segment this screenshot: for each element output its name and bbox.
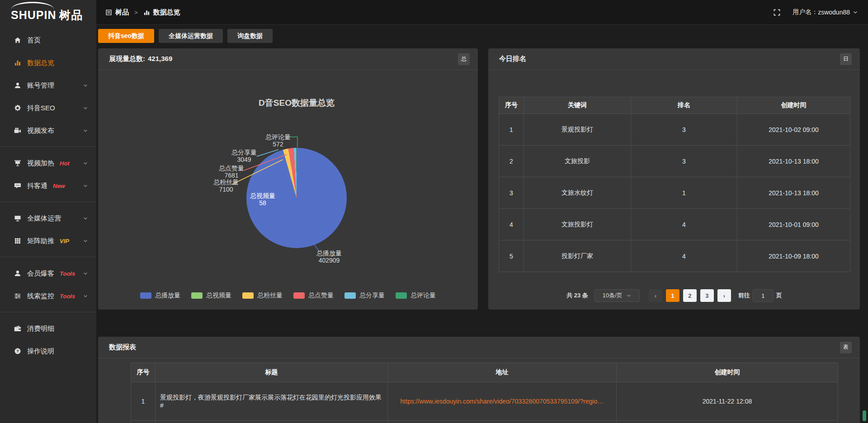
- pie-chart-title: D音SEO数据量总览: [206, 97, 387, 109]
- rank-panel-title: 今日排名: [499, 55, 526, 63]
- table-cell: 2021-10-01 09:00: [737, 209, 850, 240]
- sidebar-item-消费明细[interactable]: 消费明细: [0, 317, 96, 340]
- chevron-down-icon: [83, 216, 88, 221]
- report-table: 序号标题地址创建时间1景观投影灯，夜游景观投影灯厂家展示展示落花灯在花园里的灯光…: [131, 362, 838, 423]
- legend-item-总视频量[interactable]: 总视频量: [191, 291, 231, 300]
- scrollbar-thumb[interactable]: [863, 410, 866, 421]
- page-size-select[interactable]: 10条/页: [594, 289, 640, 302]
- screen-icon: [14, 160, 21, 167]
- legend-swatch: [140, 292, 151, 299]
- breadcrumb-page[interactable]: 数据总览: [143, 8, 180, 17]
- legend-item-总点赞量[interactable]: 总点赞量: [293, 291, 334, 300]
- rank-panel-header: 今日排名 日: [488, 48, 860, 70]
- legend-label: 总粉丝量: [257, 291, 283, 300]
- rank-corner-button[interactable]: 日: [840, 53, 852, 65]
- grid-icon: [14, 237, 21, 244]
- pagination-total: 共 23 条: [566, 291, 588, 300]
- chevron-down-icon: [83, 271, 88, 276]
- sidebar-divider: [0, 146, 96, 147]
- table-cell: 1: [631, 177, 737, 209]
- user-menu[interactable]: 用户名： zswodun88: [793, 8, 858, 16]
- video-camera-icon: [14, 127, 21, 134]
- sidebar-item-视频发布[interactable]: 视频发布: [0, 119, 96, 142]
- logo-text-cn: 树品: [59, 8, 83, 23]
- rank-table-row: 5投影灯厂家42021-10-09 18:00: [499, 240, 850, 272]
- page-button-2[interactable]: 2: [683, 289, 697, 302]
- sidebar-item-首页[interactable]: 首页: [0, 29, 96, 52]
- tab-询盘数据[interactable]: 询盘数据: [227, 29, 273, 43]
- sidebar-item-label: 视频加热: [27, 159, 54, 168]
- topbar-right: 用户名： zswodun88: [773, 8, 858, 16]
- pie-label-plays: 总播放量 402909: [307, 249, 352, 264]
- rank-table-row: 4文旅投影灯42021-10-01 09:00: [499, 209, 850, 240]
- overview-panel: 展现量总数: 421,369 总 D音SEO数据量总览 总评论量 572 总分享…: [98, 48, 478, 310]
- sidebar-item-全媒体运营[interactable]: 全媒体运营: [0, 207, 96, 230]
- chevron-down-icon: [83, 160, 88, 166]
- column-header-地址: 地址: [388, 363, 617, 382]
- sidebar-badge-Hot: Hot: [60, 160, 70, 167]
- sidebar-item-矩阵助推[interactable]: 矩阵助推VIP: [0, 230, 96, 252]
- table-cell-url: https://www.iesdouyin.com/share/video/70…: [388, 382, 617, 421]
- sidebar-item-数据总览[interactable]: 数据总览: [0, 52, 96, 74]
- sidebar-item-抖客通[interactable]: 抖客通New: [0, 174, 96, 197]
- sidebar-item-label: 操作说明: [27, 347, 54, 356]
- chevron-down-icon: [83, 183, 88, 188]
- tab-全媒体运营数据[interactable]: 全媒体运营数据: [159, 29, 223, 43]
- question-icon: ?: [14, 348, 21, 355]
- table-cell-time: 2021-11-22 12:08: [617, 382, 838, 421]
- legend-item-总评论量[interactable]: 总评论量: [396, 291, 436, 300]
- sidebar-item-label: 矩阵助推: [27, 237, 54, 245]
- legend-item-总分享量[interactable]: 总分享量: [344, 291, 385, 300]
- pie-label-likes: 总点赞量 7681: [209, 164, 254, 179]
- legend-label: 总评论量: [410, 291, 436, 300]
- pie-label-videos: 总视频量 58: [240, 192, 285, 207]
- breadcrumb-app[interactable]: 树品: [105, 8, 129, 17]
- table-header-row: 序号关键词排名创建时间: [499, 97, 850, 114]
- tab-抖音seo数据[interactable]: 抖音seo数据: [98, 29, 154, 43]
- column-header-排名: 排名: [631, 97, 737, 114]
- logo-text-en: SHUPIN: [11, 9, 56, 22]
- app: SHUPIN 树品 首页数据总览账号管理抖音SEO视频发布视频加热Hot抖客通N…: [0, 0, 868, 423]
- member-icon: [14, 270, 21, 277]
- report-panel: 数据报表 表 序号标题地址创建时间1景观投影灯，夜游景观投影灯厂家展示展示落花灯…: [98, 337, 860, 423]
- legend-item-总播放量[interactable]: 总播放量: [140, 291, 180, 300]
- sidebar-item-账号管理[interactable]: 账号管理: [0, 74, 96, 97]
- page-button-1[interactable]: 1: [666, 289, 679, 302]
- overview-corner-button[interactable]: 总: [458, 53, 470, 65]
- column-header-创建时间: 创建时间: [617, 363, 838, 382]
- table-cell: 文旅投影灯: [524, 209, 631, 240]
- page-button-3[interactable]: 3: [700, 289, 714, 302]
- sidebar-item-label: 全媒体运营: [27, 214, 61, 223]
- table-cell: 3: [499, 177, 524, 209]
- logo: SHUPIN 树品: [0, 0, 96, 25]
- sidebar-item-视频加热[interactable]: 视频加热Hot: [0, 152, 96, 174]
- prev-page-button[interactable]: ‹: [649, 289, 662, 302]
- gear-icon: [14, 104, 21, 112]
- table-cell-index: 1: [131, 382, 156, 421]
- report-corner-button[interactable]: 表: [840, 342, 852, 353]
- goto-page-input[interactable]: [753, 289, 774, 302]
- sidebar-item-操作说明[interactable]: ?操作说明: [0, 340, 96, 362]
- legend-item-总粉丝量[interactable]: 总粉丝量: [242, 291, 283, 300]
- legend-label: 总分享量: [359, 291, 385, 300]
- next-page-button[interactable]: ›: [717, 289, 731, 302]
- logo-arc-decoration: [11, 2, 54, 9]
- sidebar-item-会员爆客[interactable]: 会员爆客Tools: [0, 262, 96, 285]
- chevron-down-icon: [83, 238, 88, 244]
- sidebar-item-label: 视频发布: [27, 127, 54, 135]
- svg-text:?: ?: [16, 348, 19, 353]
- legend-label: 总播放量: [155, 291, 180, 300]
- rank-table-row: 1景观投影灯32021-10-02 09:00: [499, 114, 850, 146]
- legend-label: 总视频量: [206, 291, 231, 300]
- sidebar-badge-New: New: [53, 183, 65, 189]
- legend-swatch: [242, 292, 254, 299]
- sidebar-item-抖音SEO[interactable]: 抖音SEO: [0, 97, 96, 119]
- video-link[interactable]: https://www.iesdouyin.com/share/video/70…: [401, 398, 604, 405]
- legend-swatch: [396, 292, 407, 299]
- fullscreen-icon[interactable]: [773, 9, 781, 16]
- sidebar-item-线索监控[interactable]: 线索监控Tools: [0, 285, 96, 307]
- legend-swatch: [191, 292, 203, 299]
- chevron-down-icon: [83, 105, 88, 111]
- column-header-序号: 序号: [499, 97, 524, 114]
- column-header-序号: 序号: [131, 363, 156, 382]
